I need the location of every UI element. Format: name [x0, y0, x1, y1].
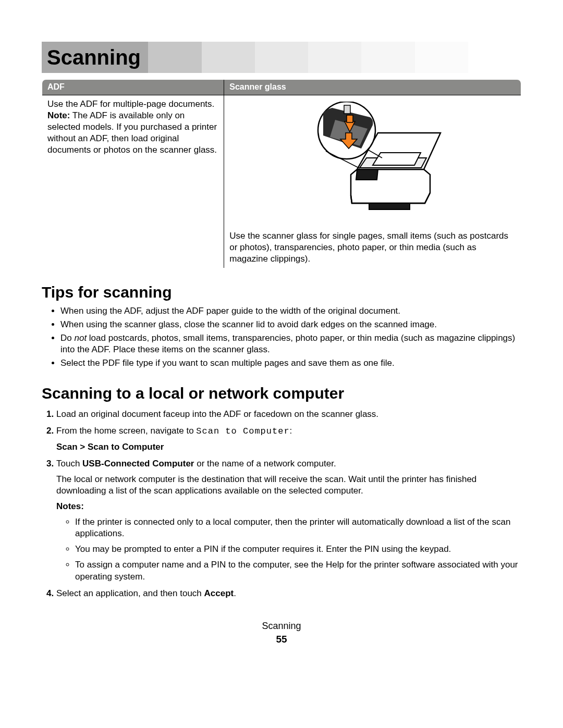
page-title: Scanning — [42, 42, 521, 73]
step3-paragraph: The local or network computer is the des… — [56, 474, 521, 497]
list-item: When using the scanner glass, close the … — [60, 319, 521, 330]
table-row: Use the ADF for multiple-page documents.… — [42, 95, 521, 268]
tips-list: When using the ADF, adjust the ADF paper… — [42, 305, 521, 369]
list-item: When using the ADF, adjust the ADF paper… — [60, 305, 521, 317]
tip-italic-line: Do not load postcards, photos, small ite… — [60, 333, 515, 354]
page-footer: Scanning 55 — [42, 620, 521, 646]
list-item: You may be prompted to enter a PIN if th… — [75, 544, 521, 555]
footer-page-number: 55 — [42, 633, 521, 646]
table-header-row: ADF Scanner glass — [42, 80, 521, 95]
step-4: Select an application, and then touch Ac… — [56, 588, 521, 599]
list-item: If the printer is connected only to a lo… — [75, 516, 521, 539]
heading-tips: Tips for scanning — [42, 282, 521, 302]
step-2: From the home screen, navigate to Scan t… — [56, 425, 521, 453]
svg-rect-2 — [344, 105, 350, 114]
steps-list: Load an original document faceup into th… — [42, 409, 521, 599]
adf-use-text: Use the ADF for multiple-page documents. — [47, 98, 218, 110]
th-scanner-glass: Scanner glass — [224, 80, 521, 95]
title-bar: Scanning — [42, 42, 521, 73]
scanner-use-text: Use the scanner glass for single pages, … — [229, 230, 516, 265]
nav-path: Scan > Scan to Computer — [56, 442, 164, 452]
list-item: Do not load postcards, photos, small ite… — [60, 332, 521, 355]
list-item: Select the PDF file type if you want to … — [60, 357, 521, 369]
heading-scan-to-computer: Scanning to a local or network computer — [42, 383, 521, 403]
adf-note-body: The ADF is available only on selected mo… — [47, 110, 217, 155]
svg-rect-3 — [347, 115, 353, 122]
note-label: Note: — [47, 110, 70, 120]
step-3: Touch USB-Connected Computer or the name… — [56, 458, 521, 583]
svg-rect-0 — [369, 203, 410, 209]
document-page: Scanning ADF Scanner glass Use the ADF f… — [0, 0, 563, 667]
mono-scan-to-computer: Scan to Computer — [196, 426, 289, 436]
footer-chapter: Scanning — [42, 620, 521, 632]
th-adf: ADF — [42, 80, 224, 95]
list-item: To assign a computer name and a PIN to t… — [75, 559, 521, 582]
usb-connected-computer-label: USB-Connected Computer — [82, 459, 194, 468]
cell-adf: Use the ADF for multiple-page documents.… — [42, 95, 224, 268]
notes-label: Notes: — [56, 501, 84, 511]
notes-list: If the printer is connected only to a lo… — [56, 516, 521, 582]
cell-scanner-glass: Use the scanner glass for single pages, … — [224, 95, 521, 268]
step-1: Load an original document faceup into th… — [56, 409, 521, 420]
accept-label: Accept — [204, 588, 234, 598]
scan-methods-table: ADF Scanner glass Use the ADF for multip… — [42, 79, 521, 268]
adf-note: Note: The ADF is available only on selec… — [47, 110, 218, 156]
printer-scanner-illustration — [295, 102, 451, 224]
